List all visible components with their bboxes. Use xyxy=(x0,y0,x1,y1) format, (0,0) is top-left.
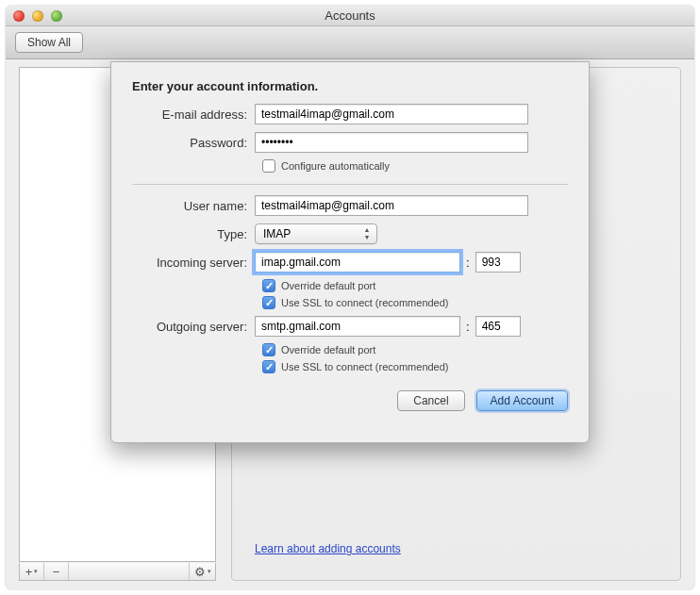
toolbar: Show All xyxy=(6,26,694,59)
zoom-window-button[interactable] xyxy=(51,10,62,22)
accounts-window: Accounts Show All + ▾ − ⚙ ▾ Learn about … xyxy=(6,6,694,589)
outgoing-server-label: Outgoing server: xyxy=(132,320,255,334)
window-title: Accounts xyxy=(6,6,694,26)
sheet-heading: Enter your account information. xyxy=(132,79,568,93)
gear-icon: ⚙ xyxy=(194,565,206,579)
remove-account-button[interactable]: − xyxy=(44,563,69,580)
incoming-server-field[interactable] xyxy=(255,252,460,273)
outgoing-override-port-label: Override default port xyxy=(281,344,375,355)
outgoing-override-port-checkbox[interactable] xyxy=(262,343,275,356)
incoming-override-port-checkbox[interactable] xyxy=(262,279,275,292)
username-field[interactable] xyxy=(255,195,528,216)
email-label: E-mail address: xyxy=(132,107,255,122)
outgoing-server-field[interactable] xyxy=(255,316,460,337)
incoming-use-ssl-checkbox[interactable] xyxy=(262,296,275,309)
incoming-use-ssl-label: Use SSL to connect (recommended) xyxy=(281,297,449,308)
username-label: User name: xyxy=(132,199,255,213)
password-field[interactable] xyxy=(255,132,528,153)
email-field[interactable] xyxy=(255,104,528,124)
port-separator: : xyxy=(460,256,475,270)
show-all-button[interactable]: Show All xyxy=(15,32,83,53)
port-separator: : xyxy=(460,320,475,334)
type-label: Type: xyxy=(132,227,255,241)
incoming-override-port-label: Override default port xyxy=(281,280,375,291)
learn-about-adding-accounts-link[interactable]: Learn about adding accounts xyxy=(255,542,401,555)
type-select-value: IMAP xyxy=(263,227,291,240)
incoming-port-field[interactable] xyxy=(475,252,521,273)
titlebar: Accounts xyxy=(6,6,694,26)
add-account-button[interactable]: Add Account xyxy=(476,390,568,411)
type-select[interactable]: IMAP ▲▼ xyxy=(255,223,377,244)
close-window-button[interactable] xyxy=(13,10,25,22)
minimize-window-button[interactable] xyxy=(32,10,43,22)
add-account-sheet: Enter your account information. E-mail a… xyxy=(110,61,590,443)
outgoing-use-ssl-checkbox[interactable] xyxy=(262,360,275,373)
add-account-icon[interactable]: + ▾ xyxy=(20,563,44,580)
plus-icon: + xyxy=(25,565,33,579)
incoming-server-label: Incoming server: xyxy=(132,256,255,270)
outgoing-port-field[interactable] xyxy=(475,316,521,337)
configure-automatically-label: Configure automatically xyxy=(281,160,390,172)
cancel-button[interactable]: Cancel xyxy=(397,390,464,411)
divider xyxy=(132,184,568,185)
select-arrows-icon: ▲▼ xyxy=(361,226,373,241)
password-label: Password: xyxy=(132,136,255,150)
sidebar-toolbar: + ▾ − ⚙ ▾ xyxy=(19,563,216,581)
outgoing-use-ssl-label: Use SSL to connect (recommended) xyxy=(281,361,449,372)
options-button[interactable]: ⚙ ▾ xyxy=(189,563,215,580)
configure-automatically-checkbox[interactable] xyxy=(262,159,275,173)
